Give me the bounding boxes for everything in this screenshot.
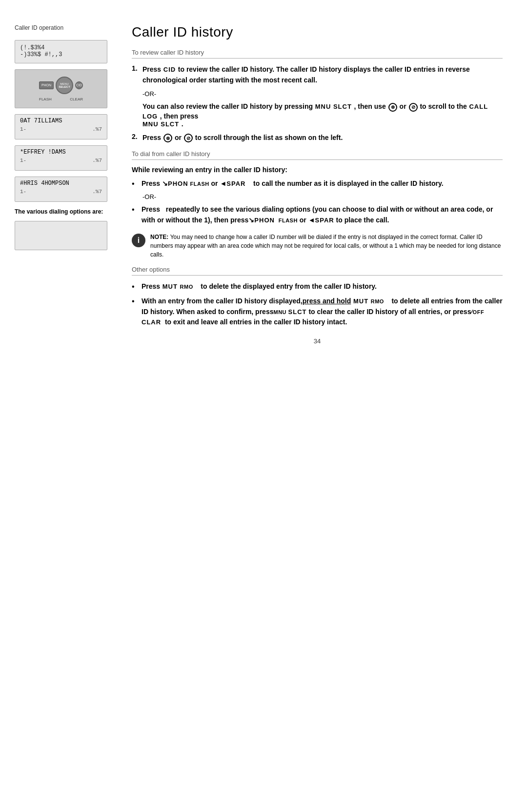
- phone-keypad-image: PHON MENU SELECT CID FLASH CLEAR: [15, 69, 107, 108]
- caller-sub-2: 1- .%7: [20, 158, 102, 163]
- or-divider-2: -OR-: [142, 193, 503, 200]
- phon-button: PHON: [39, 81, 54, 89]
- cid-button: CID: [75, 81, 83, 89]
- page-number: 34: [132, 337, 503, 345]
- step1b-then2: , then press: [160, 112, 199, 120]
- caller-name-3: #HRIS 4HOMPSON: [20, 180, 102, 187]
- caller-sub-3: 1- .%7: [20, 189, 102, 195]
- step1b-slct: SLCT: [333, 103, 354, 110]
- down-scroll-icon: ⊘: [409, 103, 418, 112]
- dial-bullet-1-text: Press ↘PHON FLASH or ◄SPAR to call the n…: [142, 178, 444, 189]
- step2-down-icon: ⊘: [184, 134, 193, 142]
- caller-sub3-right: .%7: [92, 189, 102, 195]
- main-content: Caller ID history To review caller ID hi…: [117, 20, 527, 350]
- note-text: NOTE: You may need to change how a calle…: [150, 233, 503, 259]
- section-dial: To dial from caller ID history While rev…: [132, 150, 503, 259]
- dial-bullet-2-text: Press repeatedly to see the various dial…: [142, 204, 503, 225]
- note-label: NOTE:: [150, 234, 170, 240]
- note-box: i NOTE: You may need to change how a cal…: [132, 233, 503, 259]
- step-2: 2. Press ⊗ or ⊘ to scroll through the li…: [132, 133, 503, 143]
- page: Caller ID operation (!.$3%4 -)33%$ #!,,3…: [0, 0, 527, 369]
- other-bullet-1: • Press MUT RMO to delete the displayed …: [132, 281, 503, 292]
- other-bullet-1-text: Press MUT RMO to delete the displayed en…: [142, 281, 377, 292]
- select-label: SELECT: [59, 85, 70, 88]
- step-2-text: Press ⊗ or ⊘ to scroll through the list …: [142, 133, 343, 143]
- step1-main-text: to review the caller ID history. The cal…: [142, 65, 470, 84]
- caller-sub-1: 1- .%7: [20, 126, 102, 132]
- dialing-options-label: The various dialing options are:: [15, 208, 107, 216]
- clear-label: CLEAR: [70, 97, 83, 101]
- step-1-text: Press CID to review the caller ID histor…: [142, 64, 503, 85]
- other-bullet-2: • With an entry from the caller ID histo…: [132, 296, 503, 328]
- caller-name-1: 0AT 7ILLIAMS: [20, 118, 102, 124]
- caller-entry-2: *EFFREY !DAMS 1- .%7: [15, 145, 107, 171]
- section-other: Other options • Press MUT RMO to delete …: [132, 266, 503, 328]
- step1b-slct2: SLCT: [161, 120, 182, 128]
- step1b-mnu2: MNU: [142, 120, 161, 128]
- phone-display-box-1: (!.$3%4 -)33%$ #!,,3: [15, 40, 107, 63]
- dialing-options-box: [15, 221, 107, 250]
- bullet-icon-2: •: [132, 204, 142, 215]
- sidebar-header-label: Caller ID operation: [15, 24, 107, 31]
- menu-select-button: MENU SELECT: [56, 77, 73, 94]
- step1b-or: or: [398, 102, 408, 110]
- step2-up-icon: ⊗: [163, 134, 172, 142]
- note-content: You may need to change how a caller ID n…: [150, 234, 501, 258]
- other-bullet-icon-1: •: [132, 281, 142, 292]
- bullet-icon-1: •: [132, 178, 142, 189]
- step-number-1: 1.: [132, 64, 142, 72]
- page-title: Caller ID history: [132, 24, 503, 40]
- step1b-to: to scroll to the: [418, 102, 467, 110]
- section2-intro: While reviewing an entry in the caller I…: [132, 166, 503, 174]
- caller-name-2: *EFFREY !DAMS: [20, 149, 102, 156]
- step-1: 1. Press CID to review the caller ID his…: [132, 64, 503, 85]
- phone-display-line1: (!.$3%4: [20, 44, 102, 51]
- step1-press: Press: [142, 65, 161, 73]
- keypad-label-row: FLASH CLEAR: [39, 97, 83, 101]
- other-bullet-2-text: With an entry from the caller ID history…: [142, 296, 503, 328]
- section-heading-other: Other options: [132, 266, 503, 276]
- phone-keypad: PHON MENU SELECT CID FLASH CLEAR: [39, 77, 83, 101]
- section-heading-dial: To dial from caller ID history: [132, 150, 503, 160]
- keypad-row: PHON MENU SELECT CID: [39, 77, 83, 94]
- step-number-2: 2.: [132, 133, 142, 140]
- caller-sub1-left: 1-: [20, 126, 26, 132]
- step1-code-cid: CID: [161, 66, 178, 73]
- caller-entry-1: 0AT 7ILLIAMS 1- .%7: [15, 114, 107, 139]
- dial-bullet-1: • Press ↘PHON FLASH or ◄SPAR to call the…: [132, 178, 503, 189]
- phone-display-line2: -)33%$ #!,,3: [20, 51, 102, 58]
- other-bullet-icon-2: •: [132, 296, 142, 307]
- up-scroll-icon: ⊗: [388, 103, 397, 112]
- section-review: To review caller ID history 1. Press CID…: [132, 49, 503, 143]
- step1b-then: , then use: [354, 102, 388, 110]
- caller-entry-3: #HRIS 4HOMPSON 1- .%7: [15, 177, 107, 202]
- flash-label: FLASH: [39, 97, 52, 101]
- step1b-text: You can also review the caller ID histor…: [142, 102, 313, 110]
- note-icon: i: [132, 234, 145, 247]
- dial-bullet-2: • Press repeatedly to see the various di…: [132, 204, 503, 225]
- step-1b: You can also review the caller ID histor…: [142, 101, 503, 128]
- caller-sub2-left: 1-: [20, 158, 26, 163]
- or-divider-1: -OR-: [142, 90, 503, 98]
- step1b-period: .: [182, 120, 183, 128]
- section-heading-review: To review caller ID history: [132, 49, 503, 59]
- caller-sub3-left: 1-: [20, 189, 26, 195]
- step1b-mnu: MNU: [313, 103, 333, 110]
- caller-sub1-right: .%7: [92, 126, 102, 132]
- caller-sub2-right: .%7: [92, 158, 102, 163]
- sidebar: Caller ID operation (!.$3%4 -)33%$ #!,,3…: [0, 20, 117, 350]
